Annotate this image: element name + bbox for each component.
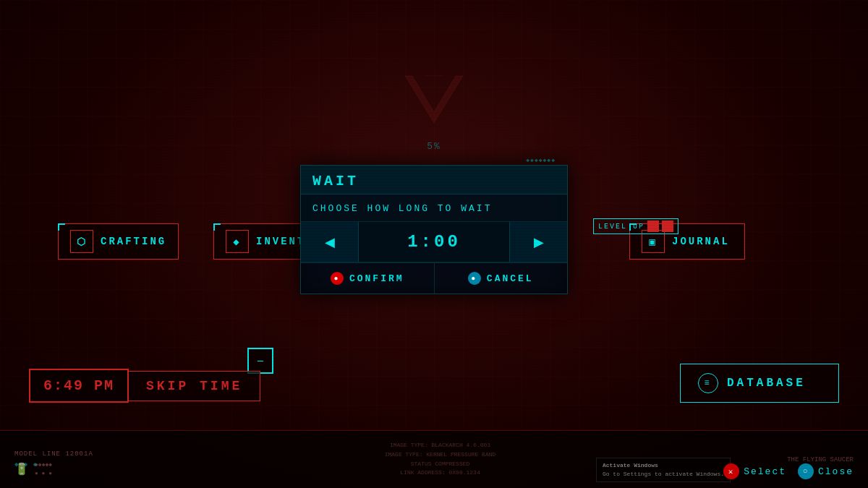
crafting-label: CRAFTING [101, 236, 166, 247]
time-value-display: 1:00 [359, 222, 509, 262]
skip-time-button[interactable]: SKIP TIME [129, 371, 260, 401]
cancel-label: CANCEL [487, 273, 534, 284]
battery-icon: 🔋 [14, 462, 29, 476]
bottom-left-panel: 6:49 PM SKIP TIME [29, 369, 260, 403]
dialog-decoration: ◆◆◆◆◆◆◆ [526, 157, 556, 163]
inventory-icon: ◆ [226, 230, 249, 253]
time-selector-row: ◀ 1:00 ▶ [301, 222, 567, 262]
status-right: THE FLYING SAUCER [787, 456, 854, 463]
time-increase-button[interactable]: ▶ [509, 222, 567, 262]
close-action-button[interactable]: ○ Close [798, 463, 854, 479]
select-action-button[interactable]: ✕ Select [723, 463, 786, 479]
database-button[interactable]: ≡ DATABASE [680, 364, 839, 403]
bottom-action-buttons: ✕ Select ○ Close [723, 463, 854, 479]
status-center-text: IMAGE TYPE: BLACKARCH 4.6.003 IMAGE TYPE… [385, 441, 496, 478]
v-logo [398, 72, 470, 130]
level-icon-1 [647, 221, 659, 232]
status-bar: MODEL LINE 12001A ◆ ◆ ◆ IMAGE TYPE: BLAC… [0, 430, 868, 488]
dialog-header: WAIT ◆◆◆◆◆◆◆ [301, 166, 567, 194]
confirm-label: CONFIRM [349, 273, 404, 284]
cancel-icon: ● [468, 272, 481, 285]
time-decrease-button[interactable]: ◀ [301, 222, 359, 262]
database-icon: ≡ [698, 373, 718, 393]
level-icon-2 [662, 221, 673, 232]
crafting-nav-button[interactable]: ⬡ CRAFTING [58, 223, 179, 260]
dialog-actions: ● CONFIRM ● CANCEL [301, 262, 567, 294]
select-circle-icon: ✕ [723, 463, 739, 479]
level-up-badge: LEVEL UP [593, 218, 678, 234]
crafting-icon: ⬡ [70, 230, 93, 253]
close-circle-icon: ○ [798, 463, 814, 479]
current-time-display: 6:49 PM [29, 369, 129, 403]
journal-label: JOURNAL [672, 236, 730, 247]
confirm-button[interactable]: ● CONFIRM [301, 263, 435, 294]
small-stats: ◆◆◆◆◆ ● ● ● [35, 461, 52, 478]
close-label: Close [818, 466, 854, 477]
minus-icon: — [258, 355, 263, 367]
dialog-title: WAIT [312, 173, 359, 189]
dialog-subtitle: CHOOSE HOW LONG TO WAIT [301, 194, 567, 222]
progress-percent: 5% [427, 141, 441, 152]
bottom-indicators: 🔋 ◆◆◆◆◆ ● ● ● [14, 461, 52, 478]
activate-windows-watermark: Activate Windows Go to Settings to activ… [596, 458, 731, 482]
confirm-icon: ● [331, 272, 344, 285]
wait-dialog: WAIT ◆◆◆◆◆◆◆ CHOOSE HOW LONG TO WAIT ◀ 1… [300, 165, 568, 294]
select-label: Select [744, 466, 786, 477]
cancel-button[interactable]: ● CANCEL [435, 263, 568, 294]
database-label: DATABASE [727, 377, 806, 390]
svg-marker-0 [405, 76, 463, 123]
